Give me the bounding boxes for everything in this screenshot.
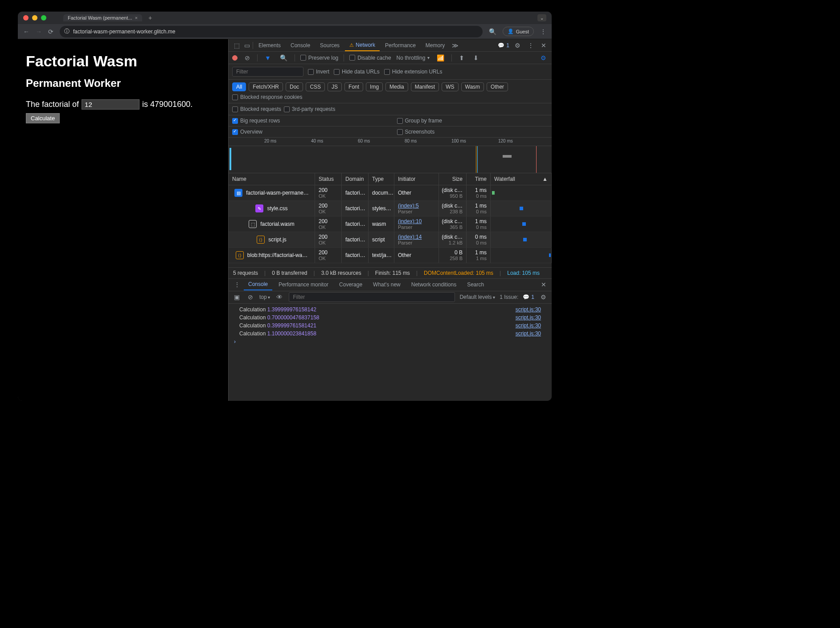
new-tab-button[interactable]: +	[148, 14, 152, 21]
drawer-tab-coverage[interactable]: Coverage	[335, 279, 367, 290]
console-log-row[interactable]: Calculation 1.100000023841858 script.js:…	[229, 330, 552, 338]
context-select[interactable]: top	[259, 294, 270, 300]
tab-elements[interactable]: Elements	[254, 40, 285, 51]
col-status[interactable]: Status	[315, 173, 342, 185]
upload-har-icon[interactable]: ⬆	[457, 53, 466, 63]
drawer-tab-network-conditions[interactable]: Network conditions	[407, 279, 461, 290]
col-waterfall[interactable]: Waterfall▲	[491, 173, 552, 185]
device-toggle-icon[interactable]: ▭	[242, 40, 252, 51]
network-settings-icon[interactable]: ⚙	[539, 53, 548, 63]
console-log-row[interactable]: Calculation 1.399999976158142 script.js:…	[229, 306, 552, 314]
window-menu-button[interactable]: ⌄	[537, 14, 546, 21]
tab-memory[interactable]: Memory	[421, 40, 449, 51]
site-info-icon[interactable]: ⓘ	[64, 28, 70, 35]
network-timeline[interactable]: 20 ms 40 ms 60 ms 80 ms 100 ms 120 ms	[229, 138, 552, 173]
pill-all[interactable]: All	[232, 82, 246, 91]
devtools-menu-icon[interactable]: ⋮	[526, 40, 536, 51]
screenshots-checkbox[interactable]: Screenshots	[397, 129, 435, 135]
close-drawer-icon[interactable]: ✕	[539, 279, 548, 290]
pill-css[interactable]: CSS	[306, 82, 325, 91]
group-frame-checkbox[interactable]: Group by frame	[397, 118, 442, 124]
console-filter-input[interactable]	[289, 292, 455, 302]
hide-extension-urls-checkbox[interactable]: Hide extension URLs	[384, 69, 443, 75]
pill-js[interactable]: JS	[328, 82, 342, 91]
inspect-icon[interactable]: ⬚	[232, 40, 242, 51]
invert-checkbox[interactable]: Invert	[308, 69, 329, 75]
zoom-icon[interactable]: 🔍	[489, 28, 496, 35]
third-party-checkbox[interactable]: 3rd-party requests	[284, 106, 335, 112]
log-source-link[interactable]: script.js:30	[516, 314, 541, 321]
pill-doc[interactable]: Doc	[286, 82, 303, 91]
calculate-button[interactable]: Calculate	[26, 113, 60, 123]
throttling-select[interactable]: No throttling	[397, 55, 430, 61]
reload-button[interactable]: ⟳	[48, 28, 53, 35]
drawer-tab-performance-monitor[interactable]: Performance monitor	[274, 279, 333, 290]
pill-manifest[interactable]: Manifest	[411, 82, 439, 91]
col-initiator[interactable]: Initiator	[394, 173, 439, 185]
network-conditions-icon[interactable]: 📶	[435, 53, 446, 63]
tab-sources[interactable]: Sources	[316, 40, 344, 51]
initiator-link[interactable]: (index):5	[398, 203, 435, 209]
pill-img[interactable]: Img	[366, 82, 383, 91]
network-row[interactable]: ✎style.css 200OK factori… styles… (index…	[229, 201, 552, 216]
col-type[interactable]: Type	[369, 173, 394, 185]
network-row[interactable]: ▤factorial-wasm-permane… 200OK factori… …	[229, 185, 552, 201]
pill-fetch[interactable]: Fetch/XHR	[249, 82, 283, 91]
network-filter-input[interactable]	[232, 67, 303, 77]
browser-tab[interactable]: Factorial Wasm (permanent... ×	[63, 14, 142, 21]
maximize-window[interactable]	[41, 15, 46, 20]
log-source-link[interactable]: script.js:30	[516, 306, 541, 313]
close-window[interactable]	[23, 15, 29, 20]
drawer-tab-whatsnew[interactable]: What's new	[369, 279, 405, 290]
more-tabs-icon[interactable]: ≫	[450, 40, 460, 51]
col-name[interactable]: Name	[229, 173, 315, 185]
search-icon[interactable]: 🔍	[278, 53, 289, 63]
preserve-log-checkbox[interactable]: Preserve log	[300, 55, 338, 61]
record-button[interactable]	[232, 55, 238, 61]
drawer-menu-icon[interactable]: ⋮	[232, 279, 242, 290]
console-settings-icon[interactable]: ⚙	[539, 292, 548, 302]
network-row[interactable]: ⟨⟩blob:https://factorial-wa… 200OK facto…	[229, 248, 552, 263]
overview-checkbox[interactable]: Overview	[232, 129, 262, 135]
tab-console[interactable]: Console	[286, 40, 315, 51]
clear-button[interactable]: ⊘	[243, 53, 252, 63]
tab-performance[interactable]: Performance	[381, 40, 420, 51]
initiator-link[interactable]: (index):14	[398, 234, 435, 240]
console-log-row[interactable]: Calculation 0.7000000476837158 script.js…	[229, 314, 552, 322]
pill-ws[interactable]: WS	[442, 82, 458, 91]
blocked-cookies-checkbox[interactable]: Blocked response cookies	[232, 94, 302, 100]
log-levels-select[interactable]: Default levels	[459, 294, 495, 300]
network-row[interactable]: ⬚factorial.wasm 200OK factori… wasm (ind…	[229, 216, 552, 232]
network-row[interactable]: ⟨⟩script.js 200OK factori… script (index…	[229, 232, 552, 248]
col-domain[interactable]: Domain	[342, 173, 369, 185]
settings-icon[interactable]: ⚙	[513, 40, 522, 51]
address-bar[interactable]: ⓘ factorial-wasm-permanent-worker.glitch…	[60, 26, 483, 37]
forward-button[interactable]: →	[36, 28, 42, 35]
pill-wasm[interactable]: Wasm	[461, 82, 484, 91]
close-tab-icon[interactable]: ×	[135, 15, 137, 20]
factorial-input[interactable]	[82, 99, 139, 110]
pill-other[interactable]: Other	[487, 82, 508, 91]
pill-font[interactable]: Font	[344, 82, 363, 91]
console-prompt[interactable]: ›	[229, 338, 552, 346]
profile-button[interactable]: 👤 Guest	[503, 27, 534, 36]
console-log-row[interactable]: Calculation 0.399999761581421 script.js:…	[229, 322, 552, 330]
tab-network[interactable]: Network	[345, 40, 380, 51]
download-har-icon[interactable]: ⬇	[471, 53, 480, 63]
minimize-window[interactable]	[32, 15, 37, 20]
console-sidebar-icon[interactable]: ▣	[232, 292, 242, 302]
console-clear-icon[interactable]: ⊘	[246, 292, 255, 302]
col-time[interactable]: Time	[467, 173, 491, 185]
disable-cache-checkbox[interactable]: Disable cache	[349, 55, 391, 61]
hide-data-urls-checkbox[interactable]: Hide data URLs	[334, 69, 380, 75]
blocked-requests-checkbox[interactable]: Blocked requests	[232, 106, 281, 112]
back-button[interactable]: ←	[23, 28, 29, 35]
log-source-link[interactable]: script.js:30	[516, 330, 541, 337]
drawer-tab-console[interactable]: Console	[244, 279, 272, 290]
console-issue-badge[interactable]: 💬1	[523, 294, 534, 300]
filter-toggle-icon[interactable]: ▼	[263, 53, 273, 63]
col-size[interactable]: Size	[439, 173, 467, 185]
log-source-link[interactable]: script.js:30	[516, 322, 541, 329]
drawer-tab-search[interactable]: Search	[463, 279, 488, 290]
big-rows-checkbox[interactable]: Big request rows	[232, 118, 280, 124]
